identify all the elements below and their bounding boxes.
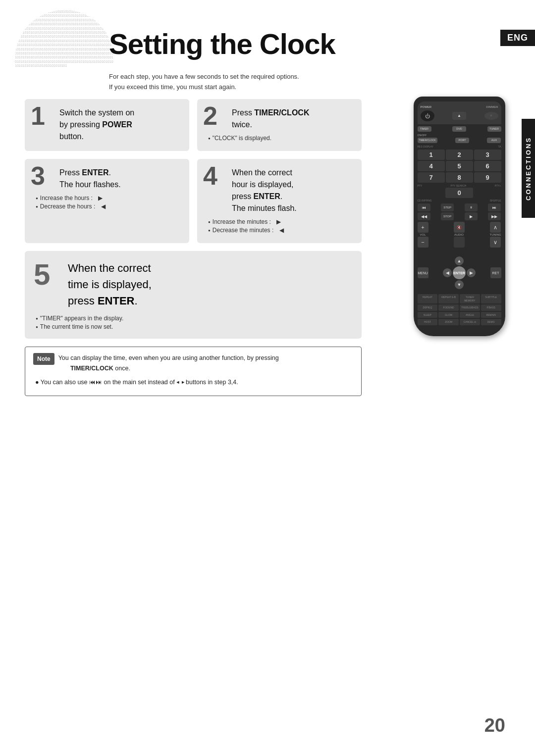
on-off-label: ON/OFF: [418, 134, 501, 137]
power-button[interactable]: ⏻: [421, 110, 434, 121]
repeat-btn[interactable]: REPEAT: [418, 294, 438, 303]
sleep-btn[interactable]: SLEEP: [418, 312, 438, 318]
step-5-bold: ENTER: [98, 295, 135, 307]
step-5-line2: time is displayed,: [68, 278, 152, 291]
vol-down-btn[interactable]: −: [418, 237, 428, 248]
remain-btn[interactable]: REMAIN: [481, 312, 501, 318]
dimmer-button[interactable]: ○: [484, 112, 498, 120]
p-bass-btn[interactable]: P.BASS: [481, 304, 501, 311]
num-7-btn[interactable]: 7: [418, 172, 445, 183]
step-3-note2: Decrease the hours : ◀: [36, 203, 180, 210]
nav-row: MENU ▲ ◀ ENTER ▶ ▼ RET: [418, 253, 501, 292]
content-area: 1 Switch the system on by pressing POWER…: [25, 99, 362, 396]
step-1-text-line1: Switch the system on: [59, 108, 134, 117]
subtitle-btn[interactable]: SUBTITLE: [481, 294, 501, 303]
tuner-button[interactable]: TUNER: [487, 126, 501, 132]
step-1-bold: POWER: [102, 120, 132, 129]
menu-btn[interactable]: MENU: [418, 267, 428, 278]
play-btn[interactable]: ▶: [465, 212, 478, 220]
dsp-eq-btn[interactable]: DSP/EQ: [418, 304, 438, 311]
step-btn[interactable]: STEP: [441, 203, 454, 211]
p-sound-btn[interactable]: P.SOUND: [438, 304, 459, 311]
numpad-section: RES DISPLAY TA 1 2 3 4 5 6 7 8 9 PTY PTY…: [418, 145, 501, 202]
demo-btn[interactable]: DEMO: [481, 319, 501, 325]
step-2-box: 2 Press TIMER/CLOCK twice. "CLOCK" is di…: [197, 99, 362, 151]
tuner-memory-btn[interactable]: TUNER MEMORY: [460, 294, 480, 303]
vol-up-btn[interactable]: +: [418, 222, 428, 233]
step-5-number: 5: [34, 260, 61, 290]
note-line1: You can display the time, even when you …: [58, 353, 279, 374]
repeat-ab-btn[interactable]: REPEAT A-B: [438, 294, 459, 303]
nav-down-btn[interactable]: ▼: [455, 280, 464, 289]
step-2-text-line1: Press: [232, 108, 254, 117]
glow-btn[interactable]: GLOW: [438, 312, 459, 318]
num-6-btn[interactable]: 6: [474, 161, 501, 171]
audio-btn[interactable]: [454, 237, 465, 248]
stop-btn[interactable]: STOP: [441, 212, 454, 220]
angle-btn[interactable]: ANGLE: [460, 312, 480, 318]
step-5-row: 5 When the correct time is displayed, pr…: [25, 251, 362, 339]
treble-bass-btn[interactable]: TREBLE/BASS: [460, 304, 480, 311]
num-4-btn[interactable]: 4: [418, 161, 445, 171]
mute-btn[interactable]: 🔇: [454, 222, 465, 233]
step-3-box: 3 Press ENTER. The hour flashes. Increas…: [25, 159, 189, 243]
step-5-note2: The current time is now set.: [36, 323, 353, 330]
num-8-btn[interactable]: 8: [446, 172, 473, 183]
step-5-text: When the correct time is displayed, pres…: [68, 260, 152, 309]
step-5-note1: "TIMER" appears in the display.: [36, 315, 353, 322]
step-4-note1: Increase the minutes : ▶: [208, 218, 353, 225]
volume-section: + VOL − 🔇 AUDIO ∧ TUNING ∨: [418, 222, 501, 248]
vol-label: VOL: [420, 233, 426, 236]
num-5-btn[interactable]: 5: [446, 161, 473, 171]
remote-container: POWER DIMMER ⏻ ▲ ○ TIMER DVD TUNER ON/OF…: [407, 97, 511, 336]
nav-right-btn[interactable]: ▶: [467, 268, 476, 277]
connections-label: CONNECTIONS: [522, 119, 535, 218]
note-line2: ● You can also use ⏮⏭ on the main set in…: [33, 377, 353, 388]
shuffle-label: SHUFFLE: [490, 199, 501, 202]
port-button[interactable]: PORT: [455, 138, 469, 143]
cancel-btn[interactable]: CANCEL ⊘: [460, 319, 480, 325]
nav-left-btn[interactable]: ◀: [443, 268, 452, 277]
num-0-btn[interactable]: 0: [445, 188, 473, 198]
return-btn[interactable]: RET: [490, 267, 501, 278]
zoom-btn[interactable]: ZOOM: [438, 319, 459, 325]
page-subtitle: For each step, you have a few seconds to…: [109, 72, 299, 93]
step-4-bold: ENTER: [254, 192, 280, 201]
remote-top-section: POWER DIMMER ⏻ ▲ ○: [418, 101, 501, 124]
note-label: Note: [33, 353, 54, 365]
aux-button[interactable]: AUX: [487, 138, 501, 143]
step-4-text-line2: hour is displayed,: [232, 180, 294, 189]
num-2-btn[interactable]: 2: [446, 150, 473, 160]
step-5-notes: "TIMER" appears in the display. The curr…: [34, 315, 353, 330]
step-1-number: 1: [31, 103, 45, 129]
step-3-content: Press ENTER. The hour flashes.: [59, 167, 180, 191]
dvd-button[interactable]: DVD: [452, 126, 466, 132]
tuning-down-btn[interactable]: ∨: [490, 237, 501, 248]
res-display-label: RES DISPLAY: [418, 145, 433, 148]
eject-button[interactable]: ▲: [452, 112, 466, 120]
step-4-text-line5: The minutes flash.: [232, 204, 297, 212]
nav-cluster: ▲ ◀ ENTER ▶ ▼: [442, 255, 477, 290]
pty-search-label: PTY SEARCH: [451, 184, 467, 187]
note-box: Note You can display the time, even when…: [25, 347, 362, 396]
next-chapter-btn[interactable]: ⏭: [488, 203, 501, 211]
nav-enter-btn[interactable]: ENTER: [453, 266, 466, 279]
step-3-note1: Increase the hours : ▶: [36, 195, 180, 202]
num-3-btn[interactable]: 3: [474, 150, 501, 160]
prev-chapter-btn[interactable]: ⏮: [418, 203, 430, 211]
remote-control: POWER DIMMER ⏻ ▲ ○ TIMER DVD TUNER ON/OF…: [414, 97, 505, 336]
num-1-btn[interactable]: 1: [418, 150, 445, 160]
timer-button[interactable]: TIMER: [418, 126, 431, 132]
pause-btn[interactable]: ⏸: [465, 203, 478, 211]
host-btn[interactable]: HOST: [418, 319, 438, 325]
tuning-up-btn[interactable]: ∧: [490, 222, 501, 233]
fast-forward-btn[interactable]: ▶▶: [488, 212, 501, 220]
timer-clock-button[interactable]: TIMER/CLOCK: [418, 138, 437, 143]
step-4-text-line3: press: [232, 192, 254, 201]
nav-up-btn[interactable]: ▲: [455, 256, 464, 265]
step-3-bold: ENTER: [82, 168, 108, 177]
num-9-btn[interactable]: 9: [474, 172, 501, 183]
rewind-btn[interactable]: ◀◀: [418, 212, 430, 220]
step-2-bold: TIMER/CLOCK: [254, 108, 309, 117]
step-3-number: 3: [31, 163, 45, 189]
